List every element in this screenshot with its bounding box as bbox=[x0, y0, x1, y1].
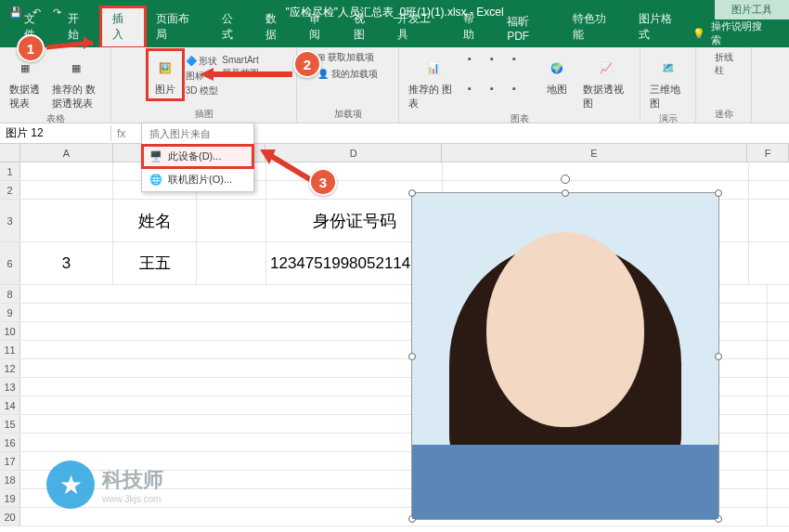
watermark: ★ 科技师 www.3kjs.com bbox=[46, 461, 163, 509]
get-addins-button[interactable]: ⊞ 获取加载项 bbox=[317, 51, 378, 64]
row-header[interactable]: 19 bbox=[0, 489, 20, 507]
row-header[interactable]: 8 bbox=[0, 285, 20, 303]
row-header[interactable]: 11 bbox=[0, 341, 20, 358]
watermark-text: 科技师 bbox=[102, 466, 163, 494]
arrow-2 bbox=[195, 65, 297, 84]
chart-type-icon[interactable]: ▪ bbox=[490, 53, 511, 81]
svg-line-4 bbox=[266, 153, 313, 181]
device-icon: 🖥️ bbox=[149, 150, 162, 162]
row-header[interactable]: 18 bbox=[0, 471, 20, 488]
dropdown-header: 插入图片来自 bbox=[142, 123, 253, 145]
col-header[interactable]: F bbox=[747, 144, 789, 162]
formula-bar: 图片 12 fx bbox=[0, 123, 789, 144]
watermark-badge: ★ bbox=[46, 461, 95, 509]
chart-type-icon[interactable]: ▪ bbox=[468, 83, 488, 110]
star-icon: ★ bbox=[59, 470, 83, 500]
row-header[interactable]: 1 bbox=[0, 162, 20, 180]
rotate-handle[interactable] bbox=[561, 175, 570, 184]
group-charts-label: 图表 bbox=[511, 112, 529, 125]
cell[interactable] bbox=[20, 200, 113, 241]
undo-icon[interactable]: ↶ bbox=[28, 4, 45, 20]
select-all-corner[interactable] bbox=[0, 144, 20, 162]
row-header[interactable]: 6 bbox=[0, 242, 20, 284]
from-device-item[interactable]: 🖥️ 此设备(D)... bbox=[142, 145, 253, 168]
resize-handle[interactable] bbox=[715, 353, 722, 360]
row-header[interactable]: 2 bbox=[0, 181, 20, 199]
inserted-photo[interactable] bbox=[411, 192, 719, 520]
group-illust-label: 插图 bbox=[195, 108, 213, 121]
callout-3: 3 bbox=[309, 168, 337, 196]
name-box[interactable]: 图片 12 bbox=[0, 125, 111, 141]
row-header[interactable]: 12 bbox=[0, 359, 20, 377]
quick-access-toolbar: 💾 ↶ ↷ bbox=[0, 4, 72, 20]
row-header[interactable]: 10 bbox=[0, 322, 20, 340]
row-header[interactable]: 15 bbox=[0, 415, 20, 433]
row-header[interactable]: 16 bbox=[0, 434, 20, 451]
cell-header-name[interactable]: 姓名 bbox=[113, 200, 197, 241]
tab-special[interactable]: 特色功能 bbox=[562, 7, 627, 47]
sparkline-col-button[interactable]: 柱 bbox=[715, 64, 733, 77]
cell[interactable] bbox=[443, 162, 749, 180]
3d-map-button[interactable]: 🗺️三维地 图 bbox=[646, 51, 690, 112]
cell-index[interactable]: 3 bbox=[20, 242, 113, 284]
redo-icon[interactable]: ↷ bbox=[48, 4, 65, 20]
my-addins-button[interactable]: 👤 我的加载项 bbox=[317, 68, 378, 81]
tell-me[interactable]: 💡 操作说明搜索 bbox=[692, 19, 789, 47]
row-header[interactable]: 13 bbox=[0, 378, 20, 396]
chart-type-icon[interactable]: ▪ bbox=[512, 83, 533, 110]
group-tables-label: 表格 bbox=[46, 112, 65, 125]
row-header[interactable]: 9 bbox=[0, 304, 20, 321]
recommended-charts-button[interactable]: 📊推荐的 图表 bbox=[405, 51, 462, 112]
save-icon[interactable]: 💾 bbox=[7, 4, 24, 20]
watermark-url: www.3kjs.com bbox=[102, 494, 163, 504]
maps-button[interactable]: 🌍地图 bbox=[538, 51, 576, 112]
callout-1: 1 bbox=[17, 34, 45, 62]
smartart-button[interactable]: SmartArt bbox=[222, 55, 259, 65]
callout-2: 2 bbox=[293, 50, 321, 78]
3d-model-button[interactable]: 3D 模型 bbox=[186, 84, 219, 97]
ribbon: ▦数据透 视表 ▦推荐的 数据透视表 表格 🖼️ 图片 🔷 形状 图标 3D 模… bbox=[0, 47, 789, 123]
insert-picture-dropdown: 插入图片来自 🖥️ 此设备(D)... 🌐 联机图片(O)... bbox=[141, 123, 254, 192]
fx-icon[interactable]: fx bbox=[111, 127, 131, 140]
col-header[interactable]: A bbox=[20, 144, 113, 162]
svg-marker-3 bbox=[200, 68, 213, 81]
row-header[interactable]: 20 bbox=[0, 508, 20, 526]
tab-foxit[interactable]: 福昕PDF bbox=[496, 10, 562, 47]
tab-layout[interactable]: 页面布局 bbox=[145, 7, 211, 47]
pivot-chart-button[interactable]: 📈数据透视图 bbox=[579, 51, 634, 112]
cell[interactable] bbox=[20, 162, 113, 180]
row-header[interactable]: 17 bbox=[0, 452, 20, 470]
group-demo-label: 演示 bbox=[659, 112, 678, 125]
pictures-button[interactable]: 🖼️ 图片 bbox=[149, 51, 182, 98]
photo-face bbox=[486, 232, 644, 427]
picture-icon: 🖼️ bbox=[150, 53, 180, 83]
chart-type-icon[interactable]: ▪ bbox=[512, 53, 533, 81]
cell[interactable] bbox=[197, 242, 266, 284]
group-spark-label: 迷你 bbox=[715, 108, 733, 121]
tab-insert[interactable]: 插入 bbox=[101, 7, 145, 47]
photo-collar bbox=[412, 445, 718, 519]
arrow-3 bbox=[252, 144, 317, 190]
arrow-1 bbox=[37, 33, 102, 61]
tab-formulas[interactable]: 公式 bbox=[211, 7, 254, 47]
group-addins-label: 加载项 bbox=[334, 108, 362, 121]
sparkline-line-button[interactable]: 折线 bbox=[715, 51, 733, 64]
online-pictures-item[interactable]: 🌐 联机图片(O)... bbox=[142, 168, 253, 191]
col-header[interactable]: E bbox=[442, 144, 747, 162]
chart-type-icon[interactable]: ▪ bbox=[490, 83, 511, 110]
resize-handle[interactable] bbox=[562, 189, 569, 197]
resize-handle[interactable] bbox=[715, 189, 722, 197]
window-title: "应检尽检"人员汇总表_0班(1)(1).xlsx - Excel bbox=[285, 5, 503, 20]
picture-tools-tab[interactable]: 图片工具 bbox=[715, 0, 789, 19]
cell-name[interactable]: 王五 bbox=[113, 242, 197, 284]
cell[interactable] bbox=[197, 200, 266, 241]
svg-marker-1 bbox=[84, 36, 93, 49]
bulb-icon: 💡 bbox=[692, 28, 705, 40]
cell[interactable] bbox=[20, 181, 113, 199]
tab-picformat[interactable]: 图片格式 bbox=[627, 7, 693, 47]
row-header[interactable]: 14 bbox=[0, 396, 20, 414]
resize-handle[interactable] bbox=[408, 353, 416, 360]
resize-handle[interactable] bbox=[408, 189, 416, 197]
row-header[interactable]: 3 bbox=[0, 200, 20, 241]
chart-type-icon[interactable]: ▪ bbox=[468, 53, 488, 81]
